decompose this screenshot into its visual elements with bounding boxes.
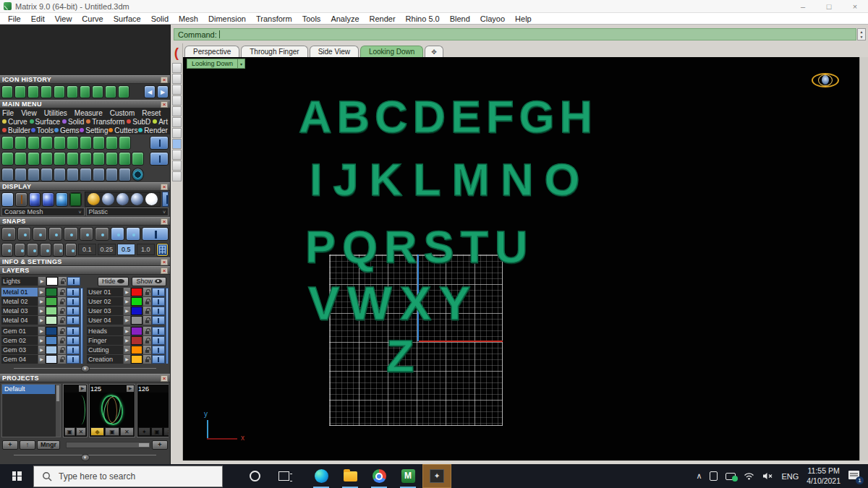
spinner-down-icon[interactable]: ▼: [860, 35, 864, 39]
lock-icon[interactable]: [59, 277, 67, 286]
save-thumbnail-button[interactable]: ▣: [64, 427, 75, 436]
save-thumbnail-button[interactable]: ▣: [151, 427, 163, 436]
toolbar-icon-3-9[interactable]: [106, 168, 118, 181]
close-icon[interactable]: ×: [161, 184, 168, 190]
mainmenu-subd[interactable]: SubD: [127, 118, 150, 126]
layer-color-swatch[interactable]: [131, 307, 142, 315]
layer-state-button[interactable]: [152, 346, 165, 354]
minimize-button[interactable]: –: [790, 0, 816, 12]
layer-state-button[interactable]: [152, 316, 165, 325]
notification-center-button[interactable]: 1: [848, 471, 861, 481]
layer-scrollbar-left[interactable]: [80, 288, 83, 364]
layer-expand-icon[interactable]: ▶: [124, 346, 131, 354]
save-thumbnail-button[interactable]: ▣: [105, 427, 119, 436]
layer-expand-icon[interactable]: ▶: [38, 288, 46, 296]
delete-thumbnail-button[interactable]: ✕: [76, 427, 87, 436]
menu-solid[interactable]: Solid: [146, 14, 174, 23]
move-up-button[interactable]: ↑: [20, 440, 35, 450]
tab-perspective[interactable]: Perspective: [184, 46, 239, 57]
side-tool-icon-11[interactable]: [172, 171, 182, 181]
layer-color-swatch[interactable]: [46, 316, 57, 325]
layer-color-swatch[interactable]: [46, 307, 57, 315]
history-icon-3[interactable]: [27, 85, 39, 98]
layer-color-swatch[interactable]: [46, 355, 57, 364]
toolbar-icon-2-4[interactable]: [41, 152, 53, 166]
close-button[interactable]: ×: [842, 0, 868, 12]
side-tool-icon-2[interactable]: [172, 74, 182, 84]
toolbar-icon-3-6[interactable]: [67, 168, 79, 181]
lock-icon[interactable]: [143, 297, 151, 306]
lock-icon[interactable]: [58, 327, 66, 335]
toolbar-icon-1-7[interactable]: [80, 136, 92, 150]
layer-state-button[interactable]: [67, 355, 80, 364]
layer-name[interactable]: Gem 02: [1, 336, 38, 345]
layer-state-button[interactable]: [152, 297, 165, 306]
collapse-handle[interactable]: ▼: [81, 365, 90, 372]
menu-edit[interactable]: Edit: [26, 14, 50, 23]
collapse-handle[interactable]: ▼: [81, 454, 90, 461]
history-icon-2[interactable]: [14, 85, 26, 98]
layer-color-swatch[interactable]: [46, 277, 58, 286]
layer-expand-icon[interactable]: ▶: [124, 307, 131, 315]
add-project-button[interactable]: +: [2, 440, 18, 450]
snap-icon-2[interactable]: [17, 227, 32, 241]
show-button[interactable]: Show: [132, 277, 166, 286]
snap-icon-9[interactable]: [126, 227, 140, 241]
layer-color-swatch[interactable]: [131, 316, 142, 325]
matrix-button[interactable]: M: [393, 464, 422, 488]
snap-icon-2-1[interactable]: [1, 243, 13, 257]
toolbar-icon-2-7[interactable]: [80, 152, 92, 166]
snap-icon-3[interactable]: [33, 227, 47, 241]
layer-color-swatch[interactable]: [131, 297, 142, 306]
layer-name[interactable]: Metal 01: [1, 288, 38, 296]
lock-icon[interactable]: [143, 288, 151, 296]
snap-icon-2-4[interactable]: [40, 243, 51, 257]
layer-expand-icon[interactable]: ▶: [38, 346, 46, 354]
toolbar-toggle-2[interactable]: [150, 152, 169, 166]
layer-expand-icon[interactable]: ▶: [38, 327, 46, 335]
tab-side-view[interactable]: Side View: [310, 46, 359, 57]
menu-render[interactable]: Render: [365, 14, 401, 23]
snap-icon-6[interactable]: [80, 227, 94, 241]
toolbar-icon-1-5[interactable]: [54, 136, 66, 150]
material-mode-dropdown[interactable]: Plastic ˅: [86, 207, 169, 216]
layer-name[interactable]: Creation: [87, 355, 123, 364]
mesh-mode-dropdown[interactable]: Coarse Mesh ˅: [1, 207, 85, 216]
history-back-button[interactable]: ◀: [144, 85, 156, 98]
close-icon[interactable]: ×: [161, 267, 168, 274]
display-mode-icon-4[interactable]: [42, 192, 54, 207]
lock-icon[interactable]: [58, 355, 66, 364]
side-tool-icon-6[interactable]: [172, 117, 182, 127]
volume-muted-icon[interactable]: [762, 472, 773, 480]
history-icon-5[interactable]: [54, 85, 65, 98]
layer-state-button[interactable]: [67, 277, 80, 286]
device-icon[interactable]: [710, 471, 718, 481]
toolbar-toggle-1[interactable]: [150, 136, 169, 150]
layer-state-button[interactable]: [152, 327, 165, 335]
close-icon[interactable]: ×: [161, 77, 168, 83]
mainmenu-solid[interactable]: Solid: [62, 118, 84, 126]
snap-icon-5[interactable]: [64, 227, 78, 241]
toolbar-icon-3-2[interactable]: [14, 168, 27, 181]
layer-expand-icon[interactable]: ▶: [124, 355, 131, 364]
layer-expand-icon[interactable]: ▶: [38, 307, 46, 315]
search-input[interactable]: [59, 471, 196, 481]
layer-state-button[interactable]: [152, 307, 165, 315]
toolbar-icon-2-6[interactable]: [67, 152, 79, 166]
layer-name[interactable]: User 02: [87, 297, 123, 306]
history-icon-4[interactable]: [41, 85, 52, 98]
menu-file[interactable]: File: [3, 14, 26, 23]
layer-name[interactable]: Gem 01: [1, 327, 38, 335]
active-app-button[interactable]: ✦: [422, 464, 451, 488]
projects-list-scrollbar[interactable]: [55, 385, 60, 437]
lock-icon[interactable]: [58, 288, 66, 296]
toolbar-icon-1-2[interactable]: [14, 136, 27, 150]
toolbar-icon-1-3[interactable]: [27, 136, 40, 150]
grid-snap-value-0-5[interactable]: 0.5: [117, 244, 135, 255]
mainmenu-gems[interactable]: Gems: [54, 127, 80, 134]
toolbar-icon-2-5[interactable]: [54, 152, 66, 166]
project-item-default[interactable]: Default: [2, 385, 60, 394]
display-mode-icon-3[interactable]: [29, 192, 41, 207]
layer-name[interactable]: Metal 02: [1, 297, 38, 306]
task-view-button[interactable]: [269, 464, 298, 488]
